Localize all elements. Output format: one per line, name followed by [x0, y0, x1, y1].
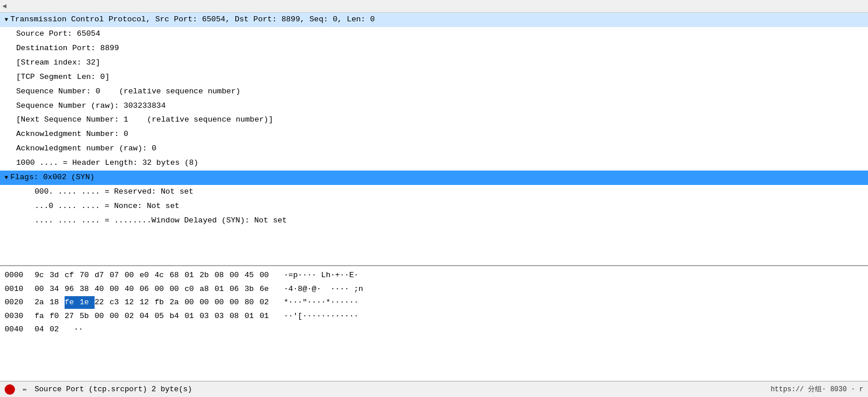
hex-byte[interactable]: 1e — [80, 296, 95, 309]
hex-byte[interactable]: 00 — [110, 310, 125, 323]
hex-byte[interactable]: 00 — [230, 296, 245, 309]
hex-byte[interactable]: 06 — [140, 283, 155, 296]
detail-row-more[interactable]: .... .... .... = ........Window Delayed … — [0, 214, 868, 228]
hex-byte[interactable]: 00 — [260, 269, 275, 282]
hex-byte[interactable]: 45 — [245, 269, 260, 282]
hex-byte[interactable]: 00 — [185, 296, 200, 309]
hex-byte[interactable]: 00 — [170, 283, 185, 296]
detail-row-ack-num-raw[interactable]: Acknowledgment number (raw): 0 — [0, 142, 868, 156]
detail-row-dst-port[interactable]: Destination Port: 8899 — [0, 41, 868, 56]
row-text: [TCP Segment Len: 0] — [16, 73, 110, 81]
hex-byte[interactable]: 04 — [35, 323, 50, 336]
detail-row-seq-num-raw[interactable]: Sequence Number (raw): 303233834 — [0, 99, 868, 114]
hex-byte[interactable]: fb — [155, 296, 170, 309]
hex-byte[interactable]: 00 — [35, 283, 50, 296]
hex-byte[interactable]: 06 — [230, 283, 245, 296]
hex-byte[interactable]: 01 — [215, 283, 230, 296]
detail-row-nonce[interactable]: ...0 .... .... = Nonce: Not set — [0, 199, 868, 214]
hex-byte[interactable]: 80 — [245, 296, 260, 309]
hex-byte[interactable]: 27 — [65, 310, 80, 323]
hex-byte[interactable]: 01 — [185, 269, 200, 282]
hex-byte[interactable]: 00 — [230, 269, 245, 282]
row-text: Sequence Number (raw): 303233834 — [16, 101, 166, 110]
hex-byte[interactable]: 03 — [215, 310, 230, 323]
hex-byte[interactable]: fe — [65, 296, 80, 309]
hex-byte[interactable]: e0 — [140, 269, 155, 282]
hex-byte[interactable]: 68 — [170, 269, 185, 282]
hex-byte[interactable]: 04 — [140, 310, 155, 323]
hex-byte[interactable]: 3d — [50, 269, 65, 282]
detail-row-stream-index[interactable]: [Stream index: 32] — [0, 56, 868, 70]
chevron-icon[interactable]: ▼ — [5, 173, 8, 183]
hex-byte[interactable]: 3b — [245, 283, 260, 296]
hex-row: 004004 02 ·· — [0, 323, 868, 336]
hex-byte[interactable]: 4c — [155, 269, 170, 282]
hex-byte[interactable]: c3 — [110, 296, 125, 309]
hex-byte[interactable]: 01 — [245, 310, 260, 323]
hex-offset: 0040 — [5, 323, 35, 336]
hex-byte[interactable]: 02 — [260, 296, 275, 309]
hex-byte[interactable]: 02 — [125, 310, 140, 323]
hex-ascii: ·4·8@·@· ···· ;n — [284, 283, 363, 296]
hex-byte[interactable]: 40 — [125, 283, 140, 296]
hex-byte[interactable]: 02 — [50, 323, 65, 336]
hex-byte[interactable]: 18 — [50, 296, 65, 309]
chevron-icon[interactable]: ▼ — [5, 16, 8, 25]
hex-byte[interactable]: 6e — [260, 283, 275, 296]
detail-row-flags[interactable]: ▼Flags: 0x002 (SYN) — [0, 171, 868, 185]
hex-byte[interactable]: 01 — [260, 310, 275, 323]
hex-byte[interactable]: 5b — [80, 310, 95, 323]
hex-byte[interactable]: a8 — [200, 283, 215, 296]
hex-byte[interactable]: f0 — [50, 310, 65, 323]
detail-row-ack-num[interactable]: Acknowledgment Number: 0 — [0, 127, 868, 142]
status-bar: ✏ Source Port (tcp.srcport) 2 byte(s) ht… — [0, 381, 868, 397]
hex-byte[interactable]: fa — [35, 310, 50, 323]
status-left: ✏ Source Port (tcp.srcport) 2 byte(s) — [5, 384, 192, 395]
hex-byte[interactable]: 05 — [155, 310, 170, 323]
hex-byte[interactable]: b4 — [170, 310, 185, 323]
hex-byte[interactable]: 38 — [80, 283, 95, 296]
hex-byte[interactable]: 03 — [200, 310, 215, 323]
hex-byte[interactable]: 40 — [95, 283, 110, 296]
hex-byte[interactable]: 12 — [140, 296, 155, 309]
detail-row-tcp-header[interactable]: ▼Transmission Control Protocol, Src Port… — [0, 13, 868, 27]
hex-byte[interactable]: d7 — [95, 269, 110, 282]
hex-offset: 0020 — [5, 296, 35, 309]
hex-byte[interactable]: 96 — [65, 283, 80, 296]
row-text: 1000 .... = Header Length: 32 bytes (8) — [16, 158, 198, 167]
detail-row-header-len[interactable]: 1000 .... = Header Length: 32 bytes (8) — [0, 156, 868, 171]
hex-byte[interactable]: 08 — [215, 269, 230, 282]
hex-byte[interactable]: 00 — [110, 283, 125, 296]
detail-row-next-seq-num[interactable]: [Next Sequence Number: 1 (relative seque… — [0, 113, 868, 127]
hex-row: 00009c 3d cf 70 d7 07 00 e0 4c 68 01 2b … — [0, 269, 868, 282]
hex-byte[interactable]: 12 — [125, 296, 140, 309]
back-arrow[interactable]: ◀ — [2, 2, 6, 10]
hex-byte[interactable]: 08 — [230, 310, 245, 323]
detail-row-seq-num[interactable]: Sequence Number: 0 (relative sequence nu… — [0, 85, 868, 99]
row-text: Acknowledgment Number: 0 — [16, 130, 128, 138]
hex-byte[interactable]: 00 — [155, 283, 170, 296]
hex-byte[interactable]: 2a — [35, 296, 50, 309]
hex-byte[interactable]: 2a — [170, 296, 185, 309]
hex-byte[interactable]: cf — [65, 269, 80, 282]
detail-row-reserved[interactable]: 000. .... .... = Reserved: Not set — [0, 185, 868, 199]
detail-row-src-port[interactable]: Source Port: 65054 — [0, 27, 868, 41]
hex-byte[interactable]: c0 — [185, 283, 200, 296]
hex-byte[interactable]: 00 — [95, 310, 110, 323]
record-button[interactable] — [5, 384, 15, 395]
hex-byte[interactable]: 00 — [215, 296, 230, 309]
hex-byte[interactable]: 34 — [50, 283, 65, 296]
hex-byte[interactable]: 70 — [80, 269, 95, 282]
hex-byte[interactable]: 07 — [110, 269, 125, 282]
hex-byte[interactable]: 00 — [200, 296, 215, 309]
hex-byte[interactable]: 2b — [200, 269, 215, 282]
hex-bytes: fa f0 27 5b 00 00 02 04 05 b4 01 03 03 0… — [35, 310, 275, 323]
hex-byte[interactable]: 00 — [125, 269, 140, 282]
hex-row: 00202a 18 fe 1e 22 c3 12 12 fb 2a 00 00 … — [0, 296, 868, 309]
hex-byte[interactable]: 22 — [95, 296, 110, 309]
edit-icon[interactable]: ✏ — [20, 384, 30, 395]
detail-row-tcp-seg-len[interactable]: [TCP Segment Len: 0] — [0, 70, 868, 85]
hex-byte[interactable]: 01 — [185, 310, 200, 323]
hex-bytes: 00 34 96 38 40 00 40 06 00 00 c0 a8 01 0… — [35, 283, 275, 296]
hex-byte[interactable]: 9c — [35, 269, 50, 282]
